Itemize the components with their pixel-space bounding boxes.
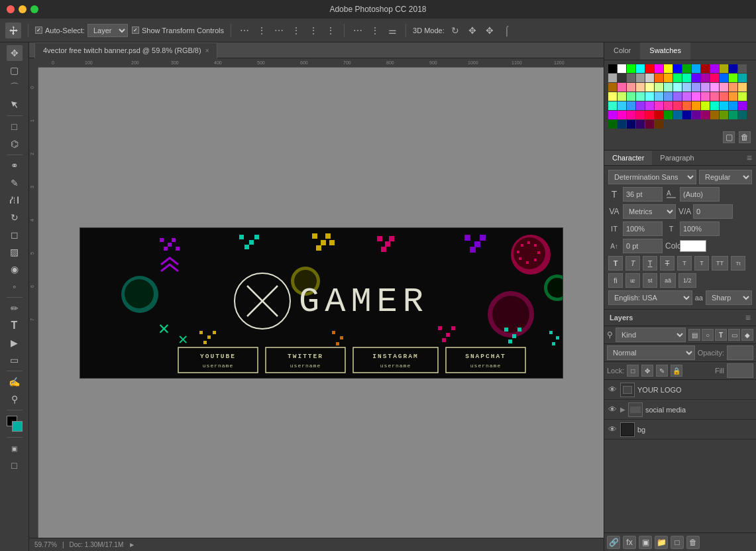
show-transform-checkbox[interactable] bbox=[132, 27, 139, 34]
tab-color[interactable]: Color bbox=[604, 42, 640, 60]
swatch-item[interactable] bbox=[720, 92, 728, 101]
swatch-item[interactable] bbox=[673, 83, 682, 92]
new-swatch-btn[interactable]: ▢ bbox=[723, 131, 735, 143]
swatch-item[interactable] bbox=[645, 111, 654, 119]
swatch-item[interactable] bbox=[645, 83, 654, 92]
swatch-item[interactable] bbox=[627, 74, 635, 82]
swatch-item[interactable] bbox=[720, 101, 728, 110]
swatch-item[interactable] bbox=[673, 92, 682, 101]
swatch-item[interactable] bbox=[618, 120, 626, 129]
italic-btn[interactable]: T bbox=[625, 256, 640, 271]
swatch-item[interactable] bbox=[692, 101, 700, 110]
layer-item[interactable]: 👁▶social media bbox=[604, 400, 756, 420]
tab-paragraph[interactable]: Paragraph bbox=[652, 151, 702, 165]
swatch-item[interactable] bbox=[618, 111, 626, 119]
swatch-item[interactable] bbox=[682, 83, 691, 92]
tab-close-btn[interactable]: × bbox=[205, 47, 209, 54]
3d-pan-icon[interactable]: ⌠ bbox=[500, 24, 513, 37]
swatch-item[interactable] bbox=[701, 64, 710, 73]
swatch-item[interactable] bbox=[636, 92, 645, 101]
type-tool[interactable]: T bbox=[7, 318, 23, 334]
swatch-item[interactable] bbox=[729, 64, 737, 73]
add-mask-btn[interactable]: ▣ bbox=[639, 536, 652, 549]
swatch-item[interactable] bbox=[608, 83, 617, 92]
pen-tool[interactable]: ✏ bbox=[7, 300, 23, 316]
kerning-select[interactable]: Metrics Optical 0 bbox=[623, 204, 676, 219]
layer-visibility-toggle[interactable]: 👁 bbox=[607, 424, 618, 435]
delete-layer-btn[interactable]: 🗑 bbox=[686, 536, 700, 549]
swatch-item[interactable] bbox=[729, 111, 737, 119]
delete-swatch-btn[interactable]: 🗑 bbox=[739, 131, 751, 143]
baseline-input[interactable] bbox=[623, 239, 663, 253]
vertical-scale-input[interactable] bbox=[623, 221, 663, 236]
auto-select-item[interactable]: Auto-Select: Layer Group bbox=[35, 24, 128, 37]
swatch-item[interactable] bbox=[701, 101, 710, 110]
align-center-v-icon[interactable]: ⋮ bbox=[307, 24, 320, 37]
swatch-item[interactable] bbox=[673, 101, 682, 110]
layer-visibility-toggle[interactable]: 👁 bbox=[607, 385, 618, 395]
maximize-button[interactable] bbox=[30, 5, 38, 13]
layer-visibility-toggle[interactable]: 👁 bbox=[607, 404, 618, 415]
move-tool[interactable]: ✥ bbox=[7, 45, 23, 61]
language-select[interactable]: English: USA bbox=[608, 290, 692, 305]
swatch-item[interactable] bbox=[738, 92, 747, 101]
layer-item[interactable]: 👁YOUR LOGO bbox=[604, 380, 756, 400]
swatch-item[interactable] bbox=[738, 111, 747, 119]
swatch-item[interactable] bbox=[645, 64, 654, 73]
swatch-item[interactable] bbox=[608, 111, 617, 119]
swatch-item[interactable] bbox=[664, 83, 673, 92]
subscript-btn[interactable]: T bbox=[694, 256, 709, 271]
close-button[interactable] bbox=[7, 5, 15, 13]
swatch-item[interactable] bbox=[710, 74, 719, 82]
auto-select-checkbox[interactable] bbox=[35, 27, 42, 34]
aa-btn[interactable]: aā bbox=[660, 273, 676, 288]
swatch-item[interactable] bbox=[710, 64, 719, 73]
swatch-item[interactable] bbox=[645, 92, 654, 101]
filter-text-icon[interactable]: T bbox=[715, 329, 727, 341]
tracking-input[interactable] bbox=[693, 204, 733, 219]
swatch-item[interactable] bbox=[627, 92, 635, 101]
status-arrow[interactable]: ► bbox=[129, 541, 135, 548]
swatch-item[interactable] bbox=[627, 120, 635, 129]
swatch-item[interactable] bbox=[664, 101, 673, 110]
swatch-item[interactable] bbox=[645, 120, 654, 129]
quick-mask-tool[interactable]: ▣ bbox=[7, 440, 23, 456]
swatch-item[interactable] bbox=[701, 92, 710, 101]
swatch-item[interactable] bbox=[682, 101, 691, 110]
blend-mode-select[interactable]: Normal Multiply Screen bbox=[607, 345, 695, 360]
crop-tool[interactable]: □ bbox=[7, 119, 23, 135]
smallcaps-btn[interactable]: Tt bbox=[731, 256, 745, 271]
history-tool[interactable]: ↻ bbox=[7, 210, 23, 225]
swatch-item[interactable] bbox=[608, 92, 617, 101]
shape-tool[interactable]: ▭ bbox=[7, 352, 23, 368]
swatch-item[interactable] bbox=[738, 74, 747, 82]
swatch-item[interactable] bbox=[720, 64, 728, 73]
canvas-scroll[interactable]: GAMER ✕ ✕ bbox=[38, 68, 604, 538]
swatch-item[interactable] bbox=[627, 101, 635, 110]
path-selection-tool[interactable]: ▶ bbox=[7, 335, 23, 351]
swatch-item[interactable] bbox=[627, 111, 635, 119]
tab-character[interactable]: Character bbox=[604, 151, 652, 165]
swatch-item[interactable] bbox=[655, 64, 663, 73]
align-top-icon[interactable]: ⋮ bbox=[290, 24, 303, 37]
hand-tool[interactable]: ✍ bbox=[7, 374, 23, 390]
font-style-select[interactable]: Regular bbox=[699, 170, 752, 184]
lasso-tool[interactable]: ⌒ bbox=[7, 80, 23, 95]
font-family-select[interactable]: Determination Sans bbox=[608, 170, 696, 184]
swatch-item[interactable] bbox=[710, 83, 719, 92]
selection-tool[interactable]: ▢ bbox=[7, 62, 23, 78]
allcaps-btn[interactable]: TT bbox=[712, 256, 728, 271]
swatch-item[interactable] bbox=[738, 83, 747, 92]
underline-btn[interactable]: T bbox=[643, 256, 657, 271]
superscript-btn[interactable]: T bbox=[677, 256, 692, 271]
swatch-item[interactable] bbox=[655, 74, 663, 82]
screen-mode-tool[interactable]: □ bbox=[7, 458, 23, 473]
show-transform-item[interactable]: Show Transform Controls bbox=[132, 27, 224, 34]
swatch-item[interactable] bbox=[608, 74, 617, 82]
zoom-tool[interactable]: ⚲ bbox=[7, 391, 23, 407]
swatch-item[interactable] bbox=[701, 83, 710, 92]
swatch-item[interactable] bbox=[682, 74, 691, 82]
distribute-v-icon[interactable]: ⋮ bbox=[368, 24, 382, 37]
anti-alias-select[interactable]: Sharp Crisp Strong Smooth bbox=[706, 290, 752, 305]
swatch-item[interactable] bbox=[701, 111, 710, 119]
